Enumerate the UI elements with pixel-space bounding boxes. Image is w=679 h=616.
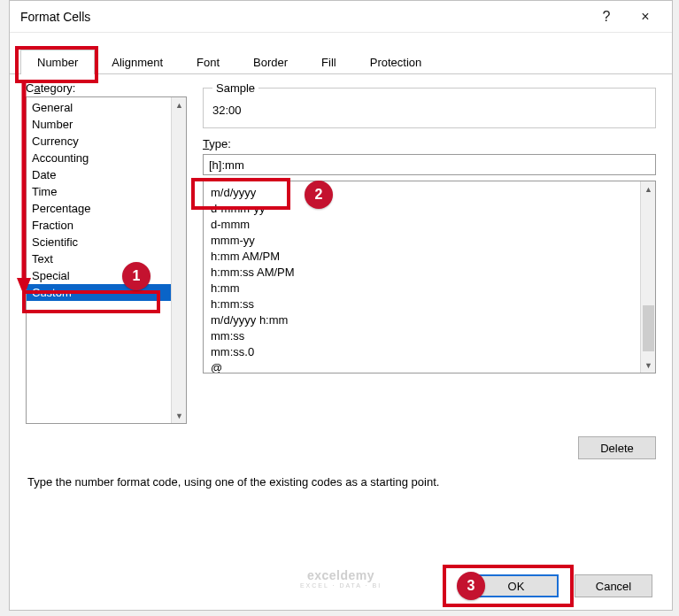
- tab-font[interactable]: Font: [180, 50, 236, 74]
- tab-fill[interactable]: Fill: [305, 50, 353, 74]
- category-item-percentage[interactable]: Percentage: [27, 200, 171, 217]
- scrollbar[interactable]: ▲ ▼: [171, 97, 186, 423]
- category-item-accounting[interactable]: Accounting: [27, 150, 171, 166]
- category-item-currency[interactable]: Currency: [27, 133, 171, 150]
- category-label: Category:: [26, 81, 187, 95]
- tab-border[interactable]: Border: [236, 50, 305, 74]
- tab-protection[interactable]: Protection: [353, 50, 439, 74]
- scroll-down-icon[interactable]: ▼: [641, 358, 656, 373]
- format-item[interactable]: mmm-yy: [211, 233, 633, 249]
- format-item[interactable]: h:mm AM/PM: [211, 249, 633, 265]
- category-item-date[interactable]: Date: [27, 166, 171, 183]
- category-item-number[interactable]: Number: [27, 116, 171, 133]
- format-item[interactable]: h:mm: [211, 281, 633, 296]
- dialog-title: Format Cells: [20, 10, 587, 24]
- format-item[interactable]: h:mm:ss AM/PM: [211, 265, 633, 281]
- scroll-up-icon[interactable]: ▲: [172, 97, 187, 112]
- format-item[interactable]: h:mm:ss: [211, 296, 633, 312]
- scrollbar[interactable]: ▲ ▼: [640, 181, 655, 373]
- scroll-down-icon[interactable]: ▼: [172, 408, 187, 423]
- format-item[interactable]: mm:ss.0: [211, 344, 633, 360]
- format-item[interactable]: m/d/yyyy: [211, 185, 633, 201]
- sample-legend: Sample: [212, 81, 258, 95]
- close-icon[interactable]: ×: [626, 4, 665, 30]
- dialog-footer: OK Cancel: [474, 574, 652, 597]
- category-item-custom[interactable]: Custom: [27, 284, 171, 301]
- help-icon[interactable]: ?: [587, 4, 626, 30]
- sample-group: Sample 32:00: [203, 81, 656, 128]
- cancel-button[interactable]: Cancel: [575, 574, 652, 597]
- type-label: Type:: [203, 137, 656, 150]
- category-item-scientific[interactable]: Scientific: [27, 234, 171, 250]
- type-input[interactable]: [203, 154, 656, 175]
- format-item[interactable]: mm:ss: [211, 328, 633, 344]
- format-listbox[interactable]: m/d/yyyyd-mmm-yyd-mmmmmm-yyh:mm AM/PMh:m…: [203, 181, 656, 373]
- titlebar: Format Cells ? ×: [10, 1, 672, 33]
- scroll-up-icon[interactable]: ▲: [641, 181, 656, 196]
- format-item[interactable]: @: [211, 360, 633, 373]
- hint-text: Type the number format code, using one o…: [10, 459, 672, 496]
- tabs: Number Alignment Font Border Fill Protec…: [10, 33, 672, 74]
- sample-value: 32:00: [212, 104, 646, 117]
- format-item[interactable]: d-mmm: [211, 217, 633, 233]
- format-cells-dialog: Format Cells ? × Number Alignment Font B…: [9, 0, 673, 611]
- delete-button[interactable]: Delete: [578, 436, 656, 459]
- format-item[interactable]: d-mmm-yy: [211, 201, 633, 217]
- category-item-text[interactable]: Text: [27, 250, 171, 267]
- ok-button[interactable]: OK: [474, 574, 559, 597]
- tab-alignment[interactable]: Alignment: [95, 50, 180, 74]
- category-item-general[interactable]: General: [27, 99, 171, 116]
- category-item-special[interactable]: Special: [27, 267, 171, 284]
- scroll-thumb[interactable]: [643, 305, 654, 351]
- category-item-fraction[interactable]: Fraction: [27, 217, 171, 234]
- tab-number[interactable]: Number: [20, 50, 95, 74]
- category-item-time[interactable]: Time: [27, 183, 171, 200]
- format-item[interactable]: m/d/yyyy h:mm: [211, 312, 633, 328]
- category-listbox[interactable]: GeneralNumberCurrencyAccountingDateTimeP…: [26, 96, 187, 424]
- watermark: exceldemy EXCEL · DATA · BI: [300, 568, 382, 589]
